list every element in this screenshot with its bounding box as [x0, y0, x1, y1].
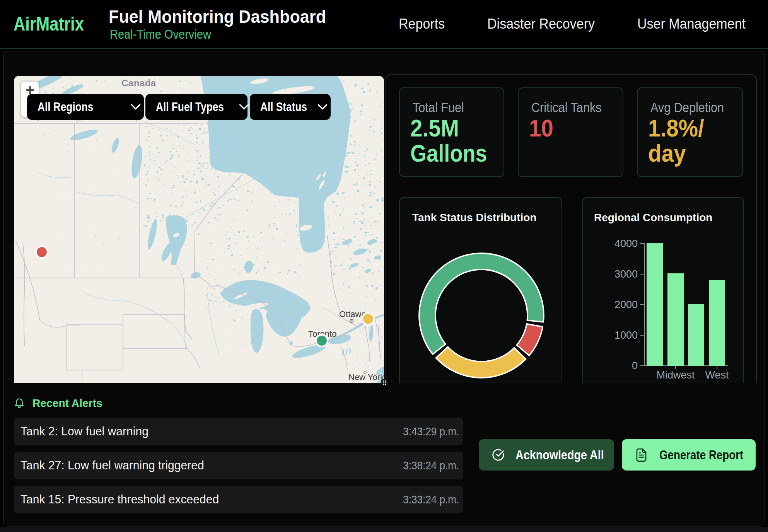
- svg-text:0: 0: [632, 360, 638, 372]
- svg-text:New York: New York: [348, 372, 384, 382]
- svg-text:3000: 3000: [614, 268, 638, 280]
- svg-text:West: West: [705, 369, 729, 381]
- svg-text:1000: 1000: [614, 329, 638, 341]
- svg-text:Midwest: Midwest: [656, 369, 695, 381]
- svg-text:4000: 4000: [614, 238, 638, 249]
- svg-text:2000: 2000: [614, 299, 638, 310]
- svg-text:Canada: Canada: [121, 78, 156, 88]
